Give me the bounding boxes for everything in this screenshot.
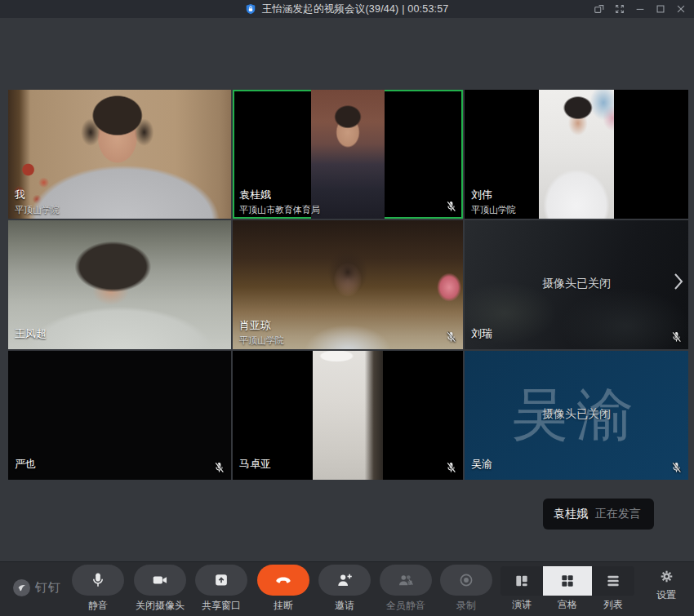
speaking-toast-name: 袁桂娥 [554,507,588,521]
participant-name: 严也 [15,457,36,472]
video-feed [311,90,385,219]
video-tile[interactable]: 严也 [8,351,231,480]
camera-off-label: 摄像头已关闭 [465,277,688,291]
share-window-icon [212,571,230,589]
participant-name: 肖亚琼 [239,318,271,333]
dingtalk-logo: 钉钉 [13,579,61,596]
participant-org: 平顶山学院 [471,204,516,216]
camera-off-label: 关闭摄像头 [136,599,185,613]
dingtalk-logo-text: 钉钉 [35,580,61,596]
participant-name: 马卓亚 [239,457,271,472]
video-feed [313,351,383,480]
chevron-right-icon [673,272,684,291]
video-tile-speaking[interactable]: 袁桂娥 平顶山市教育体育局 [233,90,463,219]
mic-muted-icon [670,462,683,474]
grid-view-icon [559,573,576,589]
meeting-window: 王怡涵发起的视频会议(39/44) | 00:53:57 [0,0,694,616]
video-feed [8,90,231,219]
minimize-button[interactable] [634,2,647,16]
participant-org: 平顶山市教育体育局 [239,204,320,216]
mute-all-icon [397,571,415,589]
video-tile[interactable]: 王凤超 [8,220,231,349]
list-view-button[interactable] [592,566,634,596]
camera-off-label: 摄像头已关闭 [465,407,688,422]
hangup-label: 挂断 [274,599,293,613]
hangup-phone-icon [274,570,293,590]
speaker-view-button[interactable] [500,566,543,596]
settings-button[interactable]: 设置 [629,569,694,602]
mute-label: 静音 [88,599,108,613]
meeting-title: 王怡涵发起的视频会议(39/44) | 00:53:57 [261,2,448,16]
meeting-title-group: 王怡涵发起的视频会议(39/44) | 00:53:57 [245,2,448,16]
speaker-view-label: 演讲 [500,598,543,612]
participant-name: 刘伟 [471,188,492,202]
participant-name: 王凤超 [15,326,47,341]
participant-name: 我 [15,188,25,202]
speaking-toast-status: 正在发言 [595,507,641,521]
popout-window-button[interactable] [593,2,606,16]
camera-icon [151,571,169,589]
participant-org: 平顶山学院 [239,335,284,347]
invite-label: 邀请 [335,599,354,613]
add-person-icon [336,571,354,589]
microphone-icon [89,571,107,589]
video-tile-self[interactable]: 我 平顶山学院 [8,90,231,219]
mic-muted-icon [670,331,683,343]
video-tile-camera-off[interactable]: 吴渝 摄像头已关闭 吴渝 [465,351,688,480]
list-view-label: 列表 [592,598,634,612]
video-tile[interactable]: 肖亚琼 平顶山学院 [233,220,463,349]
mic-muted-icon [445,331,457,343]
speaking-toast: 袁桂娥 正在发言 [543,499,654,530]
titlebar: 王怡涵发起的视频会议(39/44) | 00:53:57 [0,0,694,18]
record-button[interactable]: 录制 [429,565,503,613]
mic-muted-icon [213,462,225,474]
security-shield-icon [245,3,256,15]
video-tile[interactable]: 马卓亚 [233,351,463,480]
speaker-view-icon [514,573,530,589]
participant-name: 袁桂娥 [239,188,271,202]
video-stage: 我 平顶山学院 袁桂娥 平顶山市教育体育局 刘伟 [0,18,694,561]
gear-icon [659,569,674,584]
view-mode-switcher: 演讲 宫格 列表 [500,566,634,612]
grid-view-button[interactable] [543,566,592,596]
close-button[interactable] [674,2,687,16]
participant-org: 平顶山学院 [15,204,60,216]
video-tile[interactable]: 刘伟 平顶山学院 [465,90,688,219]
participant-name: 吴渝 [471,457,492,472]
maximize-button[interactable] [654,2,667,16]
settings-label: 设置 [656,588,676,602]
record-label: 录制 [456,599,476,613]
video-tile-camera-off[interactable]: 摄像头已关闭 刘瑞 [465,220,688,349]
mic-muted-icon [445,462,457,474]
video-grid: 我 平顶山学院 袁桂娥 平顶山市教育体育局 刘伟 [8,90,688,480]
record-icon [457,571,475,589]
share-window-label: 共享窗口 [202,599,241,613]
next-page-button[interactable] [670,269,687,294]
dingtalk-logo-icon [13,579,30,596]
mic-muted-icon [445,201,457,213]
toolbar: 钉钉 静音 关闭摄像头 [0,561,694,616]
participant-name: 刘瑞 [471,326,492,341]
list-view-icon [605,573,621,589]
video-feed [539,90,614,219]
mute-all-label: 全员静音 [386,599,425,613]
fullscreen-button[interactable] [613,2,626,16]
grid-view-label: 宫格 [543,598,592,612]
video-feed [8,351,231,480]
